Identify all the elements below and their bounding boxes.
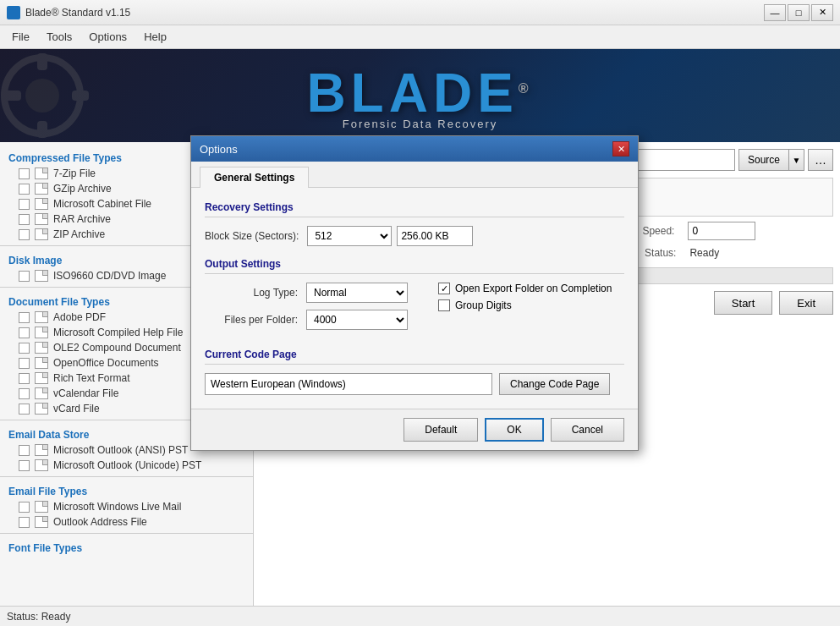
checkbox-pst-ansi[interactable] bbox=[19, 445, 30, 456]
svg-point-1 bbox=[25, 79, 59, 113]
checkbox-cabinet[interactable] bbox=[19, 199, 30, 210]
file-icon-zip bbox=[35, 228, 48, 240]
checkbox-rar[interactable] bbox=[19, 214, 30, 225]
sidebar-section-email-types: Email File Types bbox=[0, 480, 253, 499]
speed-input[interactable] bbox=[688, 222, 755, 240]
checkbox-wlm[interactable] bbox=[19, 502, 30, 513]
sidebar-item-wlm[interactable]: Microsoft Windows Live Mail bbox=[0, 499, 253, 514]
checkbox-7zip[interactable] bbox=[19, 168, 30, 179]
log-type-row: Log Type: Normal Verbose None bbox=[205, 283, 421, 303]
log-type-select[interactable]: Normal Verbose None bbox=[306, 283, 408, 303]
dialog-footer: Default OK Cancel bbox=[191, 409, 638, 450]
title-bar-controls: — □ ✕ bbox=[764, 4, 833, 21]
default-button[interactable]: Default bbox=[404, 418, 478, 442]
file-icon-chm bbox=[35, 327, 48, 338]
file-icon-iso bbox=[35, 270, 48, 282]
cancel-button[interactable]: Cancel bbox=[551, 418, 624, 442]
block-size-select[interactable]: 512 1024 2048 4096 bbox=[307, 226, 392, 246]
source-dropdown: Source ▼ bbox=[738, 149, 804, 171]
files-per-folder-row: Files per Folder: 1000 2000 4000 8000 bbox=[205, 310, 421, 330]
block-size-kb-input[interactable] bbox=[397, 226, 473, 246]
file-icon-outlook-addr bbox=[35, 516, 48, 528]
svg-rect-4 bbox=[4, 91, 21, 101]
checkbox-rtf[interactable] bbox=[19, 373, 30, 384]
checkbox-ooo[interactable] bbox=[19, 358, 30, 369]
open-export-row: ✓ Open Export Folder on Completion bbox=[438, 283, 624, 294]
status-value: Ready bbox=[689, 247, 719, 259]
minimize-button[interactable]: — bbox=[764, 4, 786, 21]
browse-button[interactable]: … bbox=[808, 149, 833, 171]
dialog-tab-strip: General Settings bbox=[191, 162, 638, 188]
menu-tools[interactable]: Tools bbox=[38, 27, 80, 47]
code-page-input[interactable] bbox=[205, 373, 492, 395]
sidebar-item-outlook-addr[interactable]: Outlook Address File bbox=[0, 514, 253, 530]
checkbox-outlook-addr[interactable] bbox=[19, 517, 30, 528]
dialog-title: Options bbox=[200, 143, 238, 156]
file-icon-gzip bbox=[35, 183, 48, 195]
output-right-col: ✓ Open Export Folder on Completion Group… bbox=[438, 283, 624, 337]
dialog-content: Recovery Settings Block Size (Sectors): … bbox=[191, 188, 638, 409]
dialog-close-button[interactable]: ✕ bbox=[612, 141, 629, 156]
speed-label: Speed: bbox=[642, 225, 674, 237]
start-button[interactable]: Start bbox=[714, 291, 772, 315]
options-dialog: Options ✕ General Settings Recovery Sett… bbox=[190, 135, 639, 451]
group-digits-row: Group Digits bbox=[438, 299, 624, 311]
app-title: Blade® Standard v1.15 bbox=[25, 7, 130, 19]
files-per-folder-label: Files per Folder: bbox=[205, 314, 306, 326]
source-dropdown-arrow[interactable]: ▼ bbox=[789, 149, 804, 171]
file-icon-pst-unicode bbox=[35, 459, 48, 471]
logo: BLADE® Forensic Data Recovery bbox=[306, 62, 533, 130]
checkbox-pst-unicode[interactable] bbox=[19, 460, 30, 471]
checkbox-ole2[interactable] bbox=[19, 343, 30, 354]
status-bar: Status: Ready bbox=[0, 606, 840, 626]
file-icon-cabinet bbox=[35, 198, 48, 210]
file-icon-rar bbox=[35, 213, 48, 225]
change-code-page-button[interactable]: Change Code Page bbox=[499, 373, 610, 395]
checkbox-chm[interactable] bbox=[19, 327, 30, 338]
file-icon-wlm bbox=[35, 501, 48, 513]
recovery-settings-title: Recovery Settings bbox=[205, 201, 624, 217]
svg-rect-2 bbox=[37, 53, 47, 70]
ok-button[interactable]: OK bbox=[485, 418, 543, 442]
checkbox-zip[interactable] bbox=[19, 229, 30, 240]
file-icon-vcard bbox=[35, 403, 48, 415]
status-text: Status: Ready bbox=[7, 611, 70, 623]
tab-general-settings[interactable]: General Settings bbox=[200, 167, 309, 188]
title-bar-left: Blade® Standard v1.15 bbox=[7, 6, 130, 19]
source-button[interactable]: Source bbox=[738, 149, 789, 171]
file-icon-vcal bbox=[35, 387, 48, 399]
exit-button[interactable]: Exit bbox=[779, 291, 833, 315]
open-export-checkbox[interactable]: ✓ bbox=[438, 283, 450, 294]
checkbox-vcal[interactable] bbox=[19, 388, 30, 399]
file-icon-rtf bbox=[35, 372, 48, 384]
menu-options[interactable]: Options bbox=[80, 27, 135, 47]
menu-help[interactable]: Help bbox=[135, 27, 175, 47]
code-page-title: Current Code Page bbox=[205, 349, 624, 365]
status-label: Status: bbox=[645, 247, 676, 259]
checkbox-iso[interactable] bbox=[19, 271, 30, 282]
output-left-col: Log Type: Normal Verbose None Files per … bbox=[205, 283, 421, 337]
file-icon-pst-ansi bbox=[35, 444, 48, 456]
logo-text: BLADE® bbox=[306, 62, 533, 124]
svg-rect-5 bbox=[72, 91, 89, 101]
app-icon bbox=[7, 6, 20, 19]
file-icon-ooo bbox=[35, 357, 48, 369]
maximize-button[interactable]: □ bbox=[788, 4, 810, 21]
checkbox-vcard[interactable] bbox=[19, 404, 30, 415]
svg-rect-3 bbox=[37, 121, 47, 138]
files-per-folder-select[interactable]: 1000 2000 4000 8000 bbox=[306, 310, 408, 330]
file-icon-7zip bbox=[35, 167, 48, 179]
menu-file[interactable]: File bbox=[3, 27, 38, 47]
checkbox-pdf[interactable] bbox=[19, 312, 30, 323]
file-icon-ole2 bbox=[35, 342, 48, 354]
output-settings-cols: Log Type: Normal Verbose None Files per … bbox=[205, 283, 624, 337]
group-digits-checkbox[interactable] bbox=[438, 299, 450, 311]
code-page-row: Change Code Page bbox=[205, 373, 624, 395]
divider-4 bbox=[0, 476, 253, 477]
banner: BLADE® Forensic Data Recovery bbox=[0, 49, 840, 142]
sidebar-item-pst-unicode[interactable]: Microsoft Outlook (Unicode) PST bbox=[0, 458, 253, 473]
checkbox-gzip[interactable] bbox=[19, 184, 30, 195]
open-export-label: Open Export Folder on Completion bbox=[455, 283, 612, 294]
close-button[interactable]: ✕ bbox=[811, 4, 833, 21]
sidebar-section-font: Font File Types bbox=[0, 537, 253, 556]
